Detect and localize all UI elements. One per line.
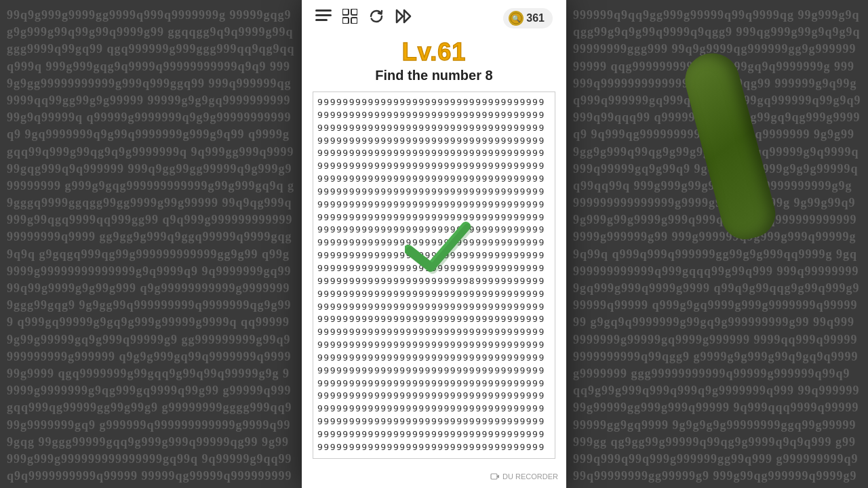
toolbar: 🔍 361 [302,0,566,34]
svg-rect-0 [315,9,332,12]
game-area[interactable]: 999999999999999999999999999999999999 999… [313,92,555,459]
checkmark-icon [405,221,473,275]
svg-marker-8 [404,10,410,22]
refresh-icon[interactable] [368,8,384,28]
svg-rect-2 [315,19,328,21]
puzzle-instruction: Find the number 8 [375,68,492,83]
left-background: 99q9g999g9999gg9999q999q9999999g 99999gq… [0,0,302,488]
coin-badge: 🔍 361 [503,8,553,28]
svg-text:🔍: 🔍 [512,14,521,23]
svg-rect-1 [315,14,332,16]
level-title: Lv.61 [402,38,466,66]
watermark-text: DU RECORDER [502,472,558,481]
watermark: DU RECORDER [490,472,558,481]
recorder-icon [490,472,500,481]
svg-marker-7 [397,10,403,22]
svg-rect-4 [351,9,357,15]
fast-forward-icon[interactable] [395,9,413,28]
coin-icon: 🔍 [509,11,524,26]
menu-icon[interactable] [315,9,332,27]
svg-rect-11 [491,474,497,479]
checkmark-overlay [405,221,473,278]
svg-rect-5 [342,18,349,24]
coin-count: 361 [526,12,545,24]
svg-rect-6 [351,18,357,24]
grid-icon[interactable] [342,9,357,28]
game-panel: 🔍 361 Lv.61 Find the number 8 9999999999… [302,0,566,488]
svg-rect-3 [342,9,349,15]
toolbar-left [315,8,413,28]
